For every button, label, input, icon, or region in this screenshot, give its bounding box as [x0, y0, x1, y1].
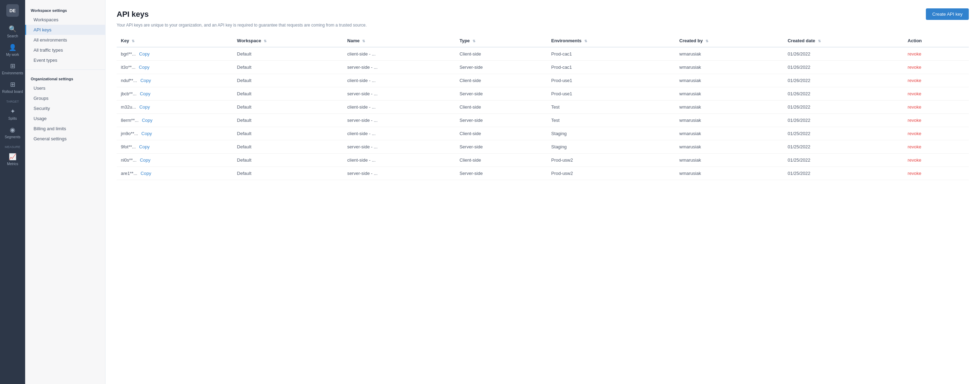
sidebar-item-groups[interactable]: Groups: [25, 93, 105, 103]
cell-key-1: it3o**... Copy: [117, 61, 233, 74]
table-row: jbcb**... Copy Default server-side - ...…: [117, 87, 969, 100]
copy-key-4[interactable]: Copy: [139, 105, 150, 109]
cell-type-4: Client-side: [455, 100, 547, 114]
cell-created-date-6: 01/25/2022: [783, 127, 904, 140]
cell-env-3: Prod-use1: [547, 87, 675, 100]
table-row: it3o**... Copy Default server-side - ...…: [117, 61, 969, 74]
nav-search[interactable]: 🔍 Search: [0, 22, 25, 41]
revoke-button-0[interactable]: revoke: [908, 51, 921, 57]
revoke-button-4[interactable]: revoke: [908, 105, 921, 109]
cell-created-date-5: 01/26/2022: [783, 114, 904, 127]
sort-name-icon[interactable]: ⇅: [362, 39, 365, 43]
nav-segments-label: Segments: [5, 135, 20, 139]
cell-type-6: Client-side: [455, 127, 547, 140]
cell-env-9: Prod-usw2: [547, 167, 675, 180]
col-workspace: Workspace ⇅: [233, 35, 343, 47]
page-header: API keys Create API key: [117, 8, 969, 20]
copy-key-3[interactable]: Copy: [140, 91, 150, 96]
revoke-button-3[interactable]: revoke: [908, 91, 921, 96]
icon-nav: DE 🔍 Search 👤 My work ⊞ Environments ⊞ R…: [0, 0, 25, 384]
revoke-button-6[interactable]: revoke: [908, 131, 921, 136]
sidebar-item-api-keys[interactable]: API keys: [25, 25, 105, 35]
nav-environments[interactable]: ⊞ Environments: [0, 59, 25, 78]
table-row: 9fot**... Copy Default server-side - ...…: [117, 140, 969, 154]
revoke-button-5[interactable]: revoke: [908, 117, 921, 123]
revoke-button-1[interactable]: revoke: [908, 65, 921, 70]
cell-workspace-4: Default: [233, 100, 343, 114]
copy-key-8[interactable]: Copy: [140, 157, 150, 163]
cell-created-by-2: wmarusiak: [675, 74, 783, 87]
cell-key-2: nduf**... Copy: [117, 74, 233, 87]
cell-action-9: revoke: [904, 167, 969, 180]
search-icon: 🔍: [9, 25, 16, 33]
cell-created-date-9: 01/25/2022: [783, 167, 904, 180]
sort-created-date-icon[interactable]: ⇅: [818, 39, 821, 43]
sidebar-item-billing[interactable]: Billing and limits: [25, 124, 105, 134]
nav-segments[interactable]: ◉ Segments: [0, 123, 25, 142]
sort-workspace-icon[interactable]: ⇅: [264, 39, 266, 43]
org-settings-title: Organizational settings: [25, 74, 105, 83]
nav-rollout-board[interactable]: ⊞ Rollout board: [0, 78, 25, 96]
cell-created-by-0: wmarusiak: [675, 47, 783, 61]
cell-workspace-5: Default: [233, 114, 343, 127]
copy-key-5[interactable]: Copy: [142, 117, 152, 123]
cell-created-date-0: 01/26/2022: [783, 47, 904, 61]
sidebar-item-security[interactable]: Security: [25, 103, 105, 113]
grid-icon: ⊞: [10, 62, 15, 70]
copy-key-0[interactable]: Copy: [139, 51, 150, 57]
splits-icon: ✦: [10, 108, 15, 115]
revoke-button-9[interactable]: revoke: [908, 171, 921, 176]
cell-env-8: Prod-usw2: [547, 154, 675, 167]
cell-action-8: revoke: [904, 154, 969, 167]
cell-key-8: nl0s**... Copy: [117, 154, 233, 167]
copy-key-2[interactable]: Copy: [140, 78, 151, 83]
nav-my-work[interactable]: 👤 My work: [0, 41, 25, 59]
col-environments: Environments ⇅: [547, 35, 675, 47]
cell-created-by-5: wmarusiak: [675, 114, 783, 127]
sidebar-item-all-environments[interactable]: All environments: [25, 35, 105, 45]
cell-created-by-9: wmarusiak: [675, 167, 783, 180]
cell-workspace-1: Default: [233, 61, 343, 74]
api-keys-table: Key ⇅ Workspace ⇅ Name ⇅ Type ⇅ Environm…: [117, 35, 969, 180]
copy-key-7[interactable]: Copy: [139, 144, 150, 149]
col-created-date: Created date ⇅: [783, 35, 904, 47]
cell-env-4: Test: [547, 100, 675, 114]
revoke-button-7[interactable]: revoke: [908, 144, 921, 149]
workspace-settings-title: Workspace settings: [25, 6, 105, 15]
nav-my-work-label: My work: [6, 53, 19, 57]
sort-type-icon[interactable]: ⇅: [473, 39, 475, 43]
nav-metrics[interactable]: 📈 Metrics: [0, 150, 25, 168]
col-name: Name ⇅: [343, 35, 455, 47]
cell-created-by-8: wmarusiak: [675, 154, 783, 167]
sidebar-item-workspaces[interactable]: Workspaces: [25, 15, 105, 25]
cell-env-7: Staging: [547, 140, 675, 154]
sort-env-icon[interactable]: ⇅: [584, 39, 587, 43]
sidebar-item-all-traffic-types[interactable]: All traffic types: [25, 45, 105, 55]
revoke-button-2[interactable]: revoke: [908, 78, 921, 83]
cell-workspace-0: Default: [233, 47, 343, 61]
nav-splits[interactable]: ✦ Splits: [0, 105, 25, 123]
create-api-key-button[interactable]: Create API key: [926, 8, 969, 20]
main-content: API keys Create API key Your API keys ar…: [105, 0, 980, 384]
table-row: are1**... Copy Default server-side - ...…: [117, 167, 969, 180]
nav-rollout-label: Rollout board: [2, 90, 23, 94]
sidebar-divider: [25, 70, 105, 70]
sidebar-item-general-settings[interactable]: General settings: [25, 134, 105, 144]
sidebar-item-usage[interactable]: Usage: [25, 113, 105, 124]
table-body: bgrl**... Copy Default client-side - ...…: [117, 47, 969, 180]
cell-name-3: server-side - ...: [343, 87, 455, 100]
nav-metrics-label: Metrics: [7, 162, 18, 166]
table-row: 8erm**... Copy Default server-side - ...…: [117, 114, 969, 127]
cell-env-2: Prod-use1: [547, 74, 675, 87]
sort-key-icon[interactable]: ⇅: [132, 39, 134, 43]
copy-key-6[interactable]: Copy: [142, 131, 152, 136]
sort-created-by-icon[interactable]: ⇅: [705, 39, 708, 43]
board-icon: ⊞: [10, 81, 15, 88]
copy-key-9[interactable]: Copy: [141, 171, 151, 176]
revoke-button-8[interactable]: revoke: [908, 157, 921, 163]
sidebar-item-event-types[interactable]: Event types: [25, 55, 105, 65]
cell-action-5: revoke: [904, 114, 969, 127]
sidebar-item-users[interactable]: Users: [25, 83, 105, 93]
copy-key-1[interactable]: Copy: [139, 65, 150, 70]
cell-type-8: Client-side: [455, 154, 547, 167]
